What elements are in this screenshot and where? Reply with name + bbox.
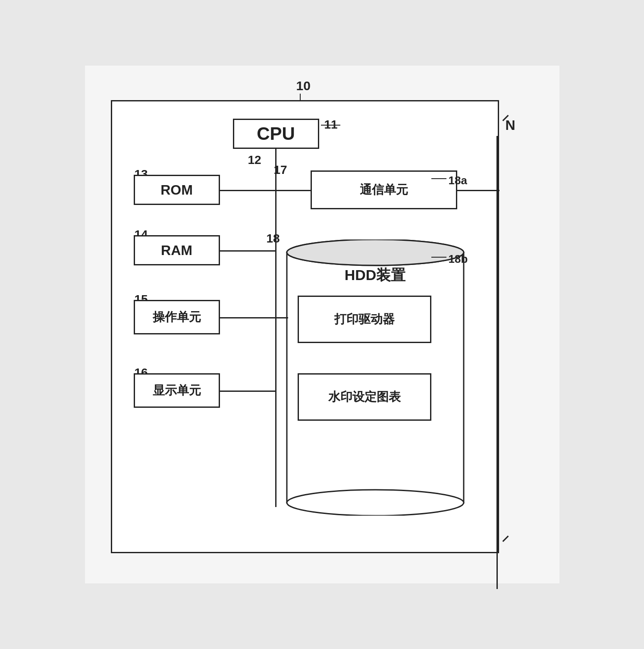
hdd-container: HDD装置 打印驱动器 水印设定图表: [285, 239, 466, 516]
cpu-box: CPU: [233, 119, 319, 149]
label-18a: 18a: [449, 174, 467, 187]
hdd-connector: [275, 317, 288, 318]
bus-line: [275, 149, 276, 507]
rom-box: ROM: [134, 175, 220, 205]
display-unit-label: 显示单元: [153, 382, 201, 399]
display-unit-box: 显示单元: [134, 373, 220, 408]
comm-connector-left: [275, 190, 311, 191]
comm-unit-box: 通信单元: [311, 170, 457, 209]
diagram-wrapper: 10 CPU 11 12 13 ROM 14 RAM 15: [85, 66, 559, 583]
ram-box: RAM: [134, 235, 220, 265]
hdd-title: HDD装置: [285, 265, 466, 285]
watermark-box: 水印设定图表: [298, 373, 431, 421]
display-connector: [220, 391, 276, 392]
operation-unit-box: 操作单元: [134, 300, 220, 334]
svg-point-3: [287, 239, 464, 265]
rom-connector: [220, 190, 276, 191]
comm-connector-right: [457, 190, 499, 191]
ram-label: RAM: [161, 243, 192, 258]
cpu-label: CPU: [257, 123, 295, 144]
network-line: [496, 136, 498, 589]
arrow-18b: [431, 257, 446, 258]
tick-bottom: [502, 536, 509, 542]
svg-point-2: [287, 490, 464, 516]
print-driver-box: 打印驱动器: [298, 296, 431, 343]
arrow-18a: [431, 178, 446, 179]
ram-connector: [220, 250, 276, 252]
print-driver-label: 打印驱动器: [334, 311, 395, 328]
main-box: CPU 11 12 13 ROM 14 RAM 15 操作单元: [111, 100, 499, 553]
comm-unit-label: 通信单元: [360, 182, 408, 198]
label-10: 10: [296, 79, 311, 93]
label-18: 18: [267, 232, 280, 246]
operation-unit-label: 操作单元: [153, 309, 201, 325]
watermark-label: 水印设定图表: [328, 389, 401, 405]
network-label: N: [506, 117, 515, 133]
arrow-11: [321, 125, 340, 126]
rom-label: ROM: [160, 182, 193, 198]
arrow-12-line: [275, 150, 276, 157]
label-18b: 18b: [449, 252, 468, 266]
label-12: 12: [248, 153, 261, 167]
label-17: 17: [274, 163, 287, 177]
op-connector: [220, 317, 276, 318]
